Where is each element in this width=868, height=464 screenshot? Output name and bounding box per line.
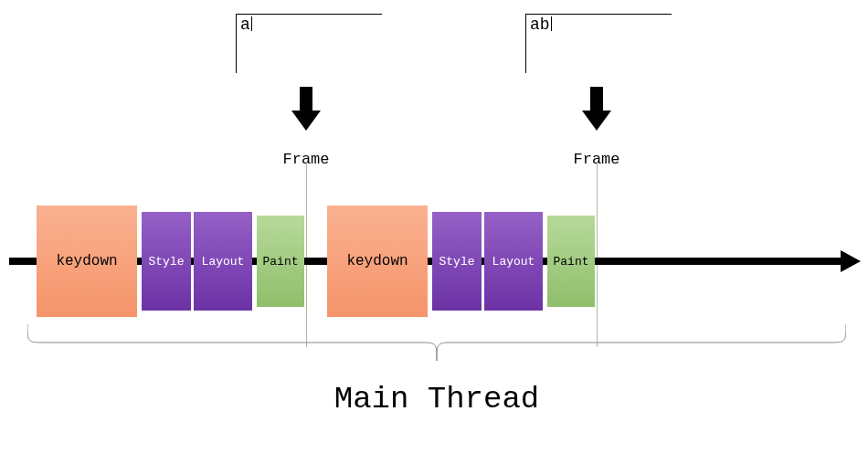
input-snapshot-2: ab	[525, 14, 672, 73]
frame-tick-line-2	[597, 163, 598, 347]
task-layout-1: Layout	[194, 212, 252, 311]
task-style-2-label: Style	[439, 255, 474, 269]
curly-brace-icon	[27, 324, 846, 365]
task-layout-2: Layout	[484, 212, 543, 311]
input-snapshot-1: a	[236, 14, 382, 73]
timeline-arrowhead-icon	[841, 250, 861, 272]
main-thread-caption: Main Thread	[334, 382, 539, 417]
task-paint-2-label: Paint	[553, 255, 588, 269]
task-style-2: Style	[432, 212, 482, 311]
task-style-1: Style	[142, 212, 191, 311]
text-cursor-icon	[251, 16, 252, 31]
task-keydown-1-label: keydown	[56, 253, 117, 269]
task-style-1-label: Style	[148, 255, 184, 269]
task-keydown-2-label: keydown	[346, 253, 408, 269]
task-paint-2: Paint	[547, 216, 595, 307]
input-snapshot-1-text: a	[240, 16, 250, 34]
task-paint-1: Paint	[257, 216, 304, 307]
arrow-down-icon	[292, 87, 320, 131]
task-paint-1-label: Paint	[262, 255, 298, 269]
task-keydown-2: keydown	[327, 206, 428, 317]
diagram-stage: a ab Frame Frame keydown Style Layout Pa…	[0, 0, 868, 464]
task-layout-1-label: Layout	[202, 255, 245, 269]
input-snapshot-2-text: ab	[530, 16, 550, 34]
text-cursor-icon	[551, 16, 552, 31]
task-keydown-1: keydown	[37, 206, 137, 317]
arrow-down-icon	[583, 87, 610, 131]
task-layout-2-label: Layout	[492, 255, 535, 269]
frame-tick-line-1	[306, 163, 307, 347]
